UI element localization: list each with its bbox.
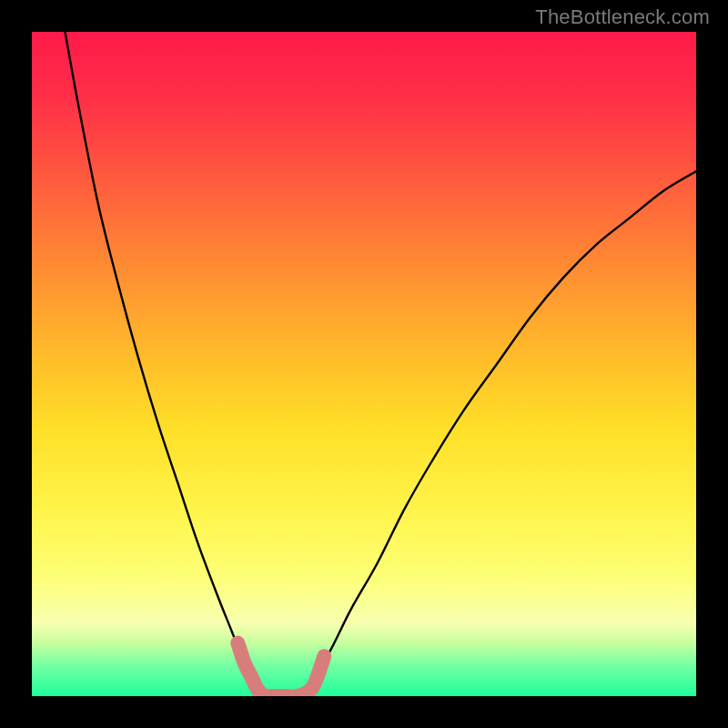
bottleneck-chart — [0, 0, 728, 728]
chart-frame: TheBottleneck.com — [0, 0, 728, 728]
plot-background — [32, 32, 696, 696]
watermark-text: TheBottleneck.com — [535, 5, 710, 29]
